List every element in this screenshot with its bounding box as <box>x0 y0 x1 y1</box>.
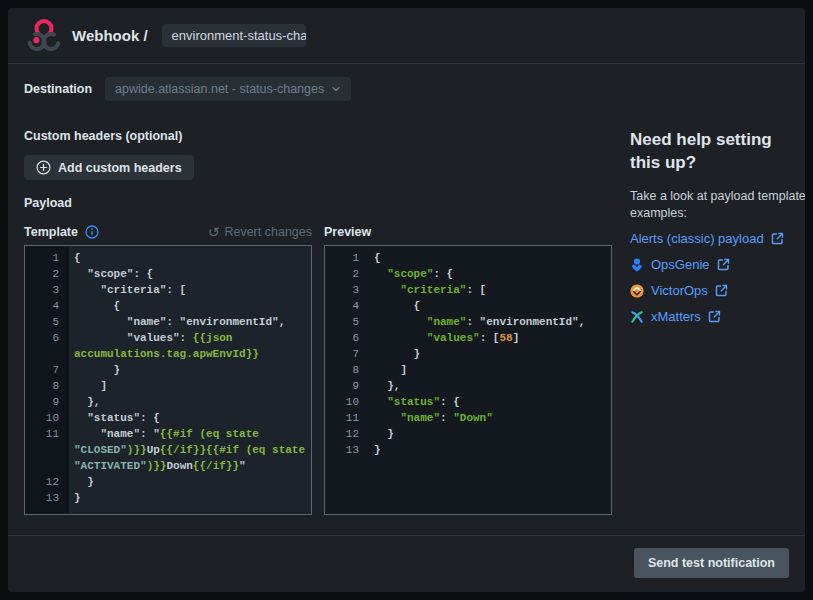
template-label: Template <box>24 225 78 239</box>
page-title: Webhook / <box>72 27 148 44</box>
line-number: 6 <box>25 330 69 346</box>
help-link-victorops[interactable]: VictorOps <box>630 283 805 298</box>
line-number: 7 <box>325 346 369 362</box>
code-line: "CLOSED")}}Up{{/if}}{{#if (eq state <box>25 442 311 458</box>
header: Webhook / environment-status-cha <box>8 8 805 63</box>
revert-changes-button[interactable]: ↺ Revert changes <box>208 225 312 239</box>
line-number: 9 <box>25 394 69 410</box>
footer: Send test notification <box>8 536 805 592</box>
external-link-icon <box>717 258 730 271</box>
payload-label: Payload <box>24 196 612 210</box>
help-link-alerts-classic-payload[interactable]: Alerts (classic) payload <box>630 231 805 246</box>
code-line: 12 } <box>25 474 311 490</box>
code-line: 11 "name": "{{#if (eq state <box>25 426 311 442</box>
line-number: 4 <box>25 298 69 314</box>
help-subtitle: Take a look at payload template examples… <box>630 188 805 222</box>
line-number: 10 <box>325 394 369 410</box>
content: Destination apwide.atlassian.net - statu… <box>8 64 805 515</box>
preview-label: Preview <box>324 225 371 239</box>
destination-value: apwide.atlassian.net - status-changes <box>115 82 324 96</box>
line-number: 3 <box>325 282 369 298</box>
add-custom-headers-button[interactable]: Add custom headers <box>24 155 194 180</box>
line-number: 3 <box>25 282 69 298</box>
help-link-xmatters[interactable]: xMatters <box>630 309 805 324</box>
code-line: 10 "status": { <box>25 410 311 426</box>
code-line: 13} <box>25 490 311 506</box>
code-line: 6 "values": {{json <box>25 330 311 346</box>
line-number: 11 <box>25 426 69 442</box>
code-line: 13} <box>325 442 611 458</box>
webhook-config-panel: Webhook / environment-status-cha Destina… <box>8 8 805 592</box>
line-number: 6 <box>325 330 369 346</box>
send-test-notification-button[interactable]: Send test notification <box>634 548 789 578</box>
line-number: 12 <box>25 474 69 490</box>
code-line: 4 { <box>25 298 311 314</box>
destination-label: Destination <box>24 82 92 96</box>
opsgenie-icon <box>630 258 644 272</box>
info-icon[interactable] <box>85 225 99 239</box>
destination-select[interactable]: apwide.atlassian.net - status-changes <box>105 77 351 101</box>
line-number: 5 <box>325 314 369 330</box>
external-link-icon <box>708 310 721 323</box>
line-number: 12 <box>325 426 369 442</box>
code-line: accumulations.tag.apwEnvId}} <box>25 346 311 362</box>
code-line: "ACTIVATED")}}Down{{/if}}" <box>25 458 311 474</box>
line-number: 10 <box>25 410 69 426</box>
code-line: 3 "criteria": [ <box>25 282 311 298</box>
code-line: 11 "name": "Down" <box>325 410 611 426</box>
code-line: 5 "name": "environmentId", <box>25 314 311 330</box>
code-line: 2 "scope": { <box>25 266 311 282</box>
code-line: 6 "values": [58] <box>325 330 611 346</box>
line-number: 5 <box>25 314 69 330</box>
line-number: 2 <box>325 266 369 282</box>
line-number <box>25 346 69 362</box>
help-title: Need help setting this up? <box>630 128 805 174</box>
code-line: 7 } <box>325 346 611 362</box>
code-line: 12 } <box>325 426 611 442</box>
code-line: 5 "name": "environmentId", <box>325 314 611 330</box>
preview-editor: 1{2 "scope": {3 "criteria": [4 {5 "name"… <box>324 245 612 515</box>
line-number: 8 <box>325 362 369 378</box>
code-line: 10 "status": { <box>325 394 611 410</box>
chevron-down-icon <box>331 84 341 94</box>
code-line: 7 } <box>25 362 311 378</box>
code-line: 1{ <box>25 250 311 266</box>
victorops-icon <box>630 284 644 298</box>
line-number: 8 <box>25 378 69 394</box>
line-number <box>25 458 69 474</box>
code-line: 9 }, <box>25 394 311 410</box>
code-line: 1{ <box>325 250 611 266</box>
line-number: 2 <box>25 266 69 282</box>
external-link-icon <box>771 232 784 245</box>
help-link-opsgenie[interactable]: OpsGenie <box>630 257 805 272</box>
line-number: 13 <box>25 490 69 506</box>
line-number: 11 <box>325 410 369 426</box>
webhook-name-input[interactable]: environment-status-cha <box>162 24 306 47</box>
line-number: 9 <box>325 378 369 394</box>
custom-headers-label: Custom headers (optional) <box>24 129 612 143</box>
code-line: 8 ] <box>325 362 611 378</box>
template-editor[interactable]: 1{2 "scope": {3 "criteria": [4 {5 "name"… <box>24 245 312 515</box>
code-line: 8 ] <box>25 378 311 394</box>
external-link-icon <box>715 284 728 297</box>
code-line: 2 "scope": { <box>325 266 611 282</box>
line-number: 7 <box>25 362 69 378</box>
webhook-logo <box>24 16 64 56</box>
line-number: 4 <box>325 298 369 314</box>
xmatters-icon <box>630 310 644 324</box>
line-number <box>25 442 69 458</box>
code-line: 3 "criteria": [ <box>325 282 611 298</box>
line-number: 1 <box>25 250 69 266</box>
plus-circle-icon <box>36 160 51 175</box>
line-number: 1 <box>325 250 369 266</box>
undo-icon: ↺ <box>208 225 220 239</box>
help-section: Need help setting this up? Take a look a… <box>612 64 805 515</box>
code-line: 4 { <box>325 298 611 314</box>
code-line: 9 }, <box>325 378 611 394</box>
line-number: 13 <box>325 442 369 458</box>
